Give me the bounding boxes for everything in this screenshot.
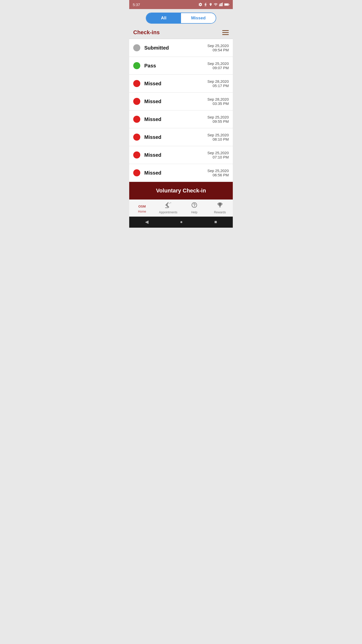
checkin-datetime: Sep 28,2020 05:17 PM [207,79,229,88]
checkin-item[interactable]: Missed Sep 25,2020 09:55 PM [129,110,233,128]
svg-rect-2 [221,4,221,6]
status-dot [133,62,140,69]
checkin-left: Missed [133,134,161,141]
checkin-time: 09:54 PM [207,48,229,52]
checkin-left: Missed [133,80,161,87]
checkin-left: Pass [133,62,156,69]
location-icon [209,3,212,6]
checkin-date: Sep 28,2020 [207,79,229,84]
trophy-icon [217,202,223,208]
nav-label-help: Help [191,211,197,214]
checkin-left: Missed [133,116,161,123]
checkin-datetime: Sep 25,2020 07:10 PM [207,151,229,159]
checkin-date: Sep 25,2020 [207,151,229,155]
recent-button[interactable]: ■ [214,219,217,225]
svg-rect-0 [219,5,220,6]
checkin-status-label: Missed [144,134,161,140]
checkin-item[interactable]: Missed Sep 25,2020 07:10 PM [129,146,233,164]
checkin-date: Sep 28,2020 [207,97,229,101]
toggle-bar: All Missed [129,9,233,27]
checkin-left: Missed [133,98,161,105]
status-icons [198,3,229,7]
checkin-list: Submitted Sep 25,2020 09:54 PM Pass Sep … [129,39,233,182]
checkin-status-label: Missed [144,116,161,122]
battery-icon [224,3,229,6]
status-dot [133,80,140,87]
runner-icon [204,3,208,7]
checkin-date: Sep 25,2020 [207,115,229,119]
nav-label-home: Home [138,210,146,213]
status-time: 5:37 [133,3,140,7]
bottom-nav: OSM Home Appointments Help Rewards [129,199,233,217]
checkin-date: Sep 25,2020 [207,133,229,137]
svg-rect-3 [221,3,222,6]
osm-text: OSM [138,205,146,208]
checkin-time: 08:10 PM [207,137,229,141]
checkin-datetime: Sep 25,2020 09:54 PM [207,44,229,52]
android-nav-bar: ◀ ● ■ [129,217,233,228]
checkin-item[interactable]: Missed Sep 25,2020 06:56 PM [129,164,233,182]
checkin-datetime: Sep 25,2020 06:56 PM [207,169,229,177]
checkin-status-label: Missed [144,99,161,104]
checkin-item[interactable]: Pass Sep 25,2020 09:07 PM [129,57,233,75]
checkin-item[interactable]: Submitted Sep 25,2020 09:54 PM [129,39,233,57]
home-button[interactable]: ● [180,219,183,225]
checkin-status-label: Missed [144,170,161,176]
checkin-left: Submitted [133,44,169,51]
checkin-status-label: Submitted [144,45,169,51]
checkin-status-label: Missed [144,81,161,87]
checkin-time: 07:10 PM [207,155,229,159]
checkin-left: Missed [133,151,161,158]
svg-rect-4 [222,3,223,6]
checkin-datetime: Sep 28,2020 03:35 PM [207,97,229,106]
checkin-datetime: Sep 25,2020 08:10 PM [207,133,229,141]
nav-item-home[interactable]: OSM Home [133,203,151,213]
status-dot [133,169,140,176]
nav-item-appointments[interactable]: Appointments [159,202,177,214]
nav-item-help[interactable]: Help [186,202,203,214]
svg-rect-1 [220,4,220,6]
settings-icon [198,3,202,7]
status-dot [133,98,140,105]
checkin-time: 05:17 PM [207,84,229,88]
status-dot [133,151,140,158]
checkin-item[interactable]: Missed Sep 25,2020 08:10 PM [129,128,233,146]
all-toggle-btn[interactable]: All [146,13,181,23]
checkin-date: Sep 25,2020 [207,169,229,173]
checkin-time: 09:07 PM [207,66,229,70]
nav-item-rewards[interactable]: Rewards [211,202,229,214]
checkin-left: Missed [133,169,161,176]
svg-rect-6 [224,4,228,5]
help-icon [191,202,198,208]
status-dot [133,44,140,51]
status-dot [133,134,140,141]
filter-toggle[interactable]: All Missed [146,13,216,24]
nav-label-appointments: Appointments [159,211,177,214]
checkin-item[interactable]: Missed Sep 28,2020 05:17 PM [129,75,233,93]
page-title: Check-ins [133,29,160,36]
checkin-time: 06:56 PM [207,173,229,177]
wifi-icon [214,3,218,7]
checkin-item[interactable]: Missed Sep 28,2020 03:35 PM [129,93,233,110]
checkin-date: Sep 25,2020 [207,61,229,66]
status-dot [133,116,140,123]
status-bar: 5:37 [129,0,233,9]
checkin-datetime: Sep 25,2020 09:07 PM [207,61,229,70]
missed-toggle-btn[interactable]: Missed [181,13,216,23]
nav-label-rewards: Rewards [214,211,226,214]
checkin-status-label: Pass [144,63,156,69]
voluntary-checkin-button[interactable]: Voluntary Check-in [129,182,233,199]
checkin-status-label: Missed [144,152,161,158]
checkin-time: 03:35 PM [207,101,229,106]
checkin-date: Sep 25,2020 [207,44,229,48]
checkin-datetime: Sep 25,2020 09:55 PM [207,115,229,124]
page-header: Check-ins [129,27,233,39]
hamburger-menu[interactable] [222,30,229,35]
back-button[interactable]: ◀ [145,219,149,225]
signal-icon [219,3,223,7]
gavel-icon [165,202,171,208]
checkin-time: 09:55 PM [207,119,229,124]
svg-rect-7 [229,4,230,5]
